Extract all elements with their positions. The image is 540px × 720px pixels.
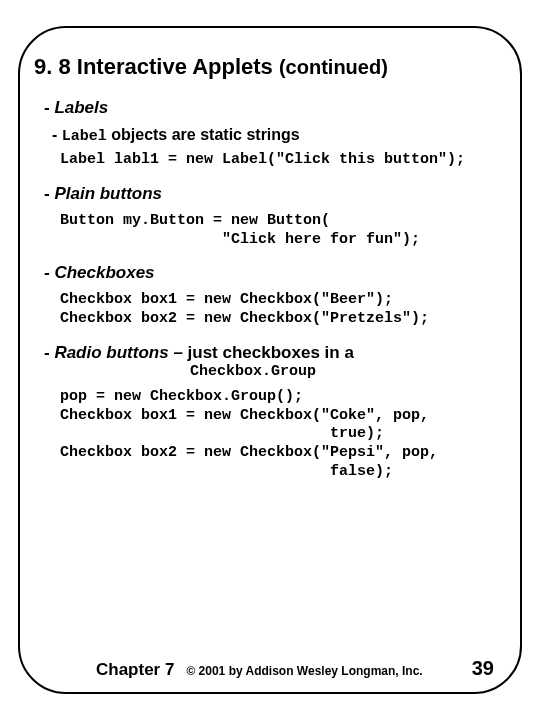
section-plain-buttons: - Plain buttons Button my.Button = new B… [40, 184, 504, 250]
slide-frame: 9. 8 Interactive Applets (continued) - L… [18, 26, 522, 694]
heading-radio-buttons: - Radio buttons – just checkboxes in a [44, 343, 504, 363]
code-block-button: Button my.Button = new Button( "Click he… [60, 212, 504, 250]
heading-plain-buttons: - Plain buttons [44, 184, 504, 204]
heading-labels: - Labels [44, 98, 504, 118]
footer-chapter: Chapter 7 [96, 660, 174, 680]
section-labels: - Labels - Label objects are static stri… [40, 98, 504, 170]
subheading-checkbox-group: Checkbox.Group [190, 363, 504, 380]
code-block-radio: pop = new Checkbox.Group(); Checkbox box… [60, 388, 504, 482]
page-title: 9. 8 Interactive Applets (continued) [34, 54, 504, 80]
heading-checkboxes: - Checkboxes [44, 263, 504, 283]
subheading-label-objects: - Label objects are static strings [52, 126, 504, 145]
code-block-label: Label labl1 = new Label("Click this butt… [60, 151, 504, 170]
code-inline-label: Label [62, 128, 107, 145]
section-radio-buttons: - Radio buttons – just checkboxes in a C… [40, 343, 504, 482]
title-main: 9. 8 Interactive Applets [34, 54, 279, 79]
code-block-checkbox: Checkbox box1 = new Checkbox("Beer"); Ch… [60, 291, 504, 329]
title-continued: (continued) [279, 56, 388, 78]
footer: Chapter 7 © 2001 by Addison Wesley Longm… [20, 657, 520, 680]
section-checkboxes: - Checkboxes Checkbox box1 = new Checkbo… [40, 263, 504, 329]
footer-page-number: 39 [472, 657, 494, 680]
footer-copyright: © 2001 by Addison Wesley Longman, Inc. [186, 664, 459, 678]
